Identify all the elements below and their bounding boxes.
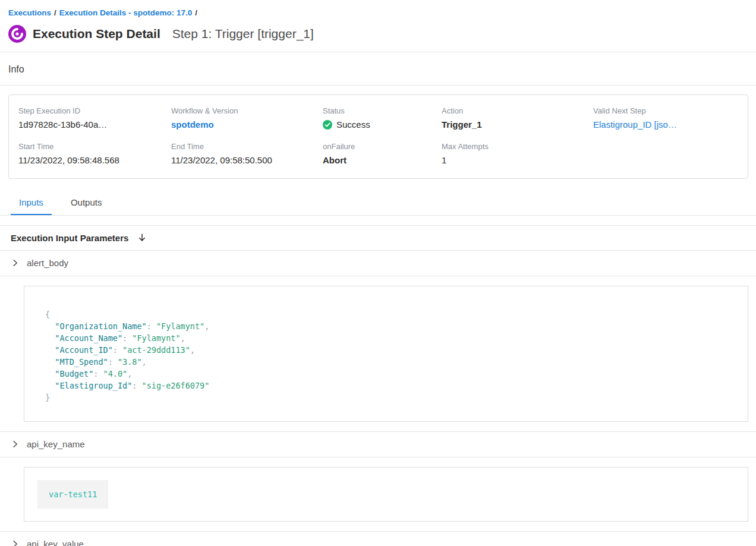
field-workflow-version: Workflow & Version spotdemo	[171, 106, 323, 130]
field-status: Status Success	[323, 106, 442, 130]
field-label: Action	[442, 106, 593, 115]
section-header-alert-body[interactable]: alert_body	[0, 251, 756, 276]
chevron-right-icon	[11, 440, 19, 448]
section-name: alert_body	[27, 258, 68, 268]
params-title-row: Execution Input Parameters	[0, 226, 756, 251]
field-value: 1d97828c-13b6-40a…	[18, 119, 171, 130]
info-card: Step Execution ID 1d97828c-13b6-40a… Wor…	[8, 94, 748, 179]
field-value: Trigger_1	[442, 119, 593, 130]
section-header-api-key-name[interactable]: api_key_name	[0, 432, 756, 457]
tab-inputs[interactable]: Inputs	[11, 195, 52, 215]
collapse-all-icon[interactable]	[137, 232, 147, 243]
field-valid-next-step: Valid Next Step Elastigroup_ID [jso…	[593, 106, 738, 130]
field-end-time: End Time 11/23/2022, 09:58:50.500	[171, 142, 323, 165]
alert-body-code[interactable]: { "Organization_Name": "Fylamynt", "Acco…	[24, 286, 748, 422]
field-label: Status	[323, 106, 442, 115]
field-empty	[593, 142, 738, 165]
page-title: Execution Step Detail	[33, 27, 160, 41]
section-name: api_key_name	[27, 439, 85, 449]
tab-bar: Inputs Outputs	[0, 188, 756, 216]
field-onfailure: onFailure Abort	[323, 142, 442, 165]
status-text: Success	[336, 119, 370, 130]
breadcrumb-separator: /	[54, 8, 56, 17]
chevron-right-icon	[11, 540, 19, 546]
breadcrumb-link-executions[interactable]: Executions	[8, 8, 51, 17]
breadcrumb-separator: /	[195, 8, 197, 17]
field-label: Start Time	[18, 142, 171, 151]
breadcrumb: Executions/Execution Details - spotdemo:…	[0, 0, 756, 17]
page-subtitle: Step 1: Trigger [trigger_1]	[172, 27, 314, 41]
field-label: Workflow & Version	[171, 106, 323, 115]
field-step-execution-id: Step Execution ID 1d97828c-13b6-40a…	[18, 106, 171, 130]
workflow-link[interactable]: spotdemo	[171, 119, 214, 130]
fylamynt-logo-icon	[8, 25, 26, 43]
section-name: api_key_value	[27, 539, 84, 546]
field-label: Max Attempts	[442, 142, 593, 151]
field-label: Step Execution ID	[18, 106, 171, 115]
valid-next-step-link[interactable]: Elastigroup_ID [jso…	[593, 119, 677, 130]
field-value: 1	[442, 155, 593, 165]
api-key-name-value: var-test11	[37, 480, 108, 509]
field-start-time: Start Time 11/23/2022, 09:58:48.568	[18, 142, 171, 165]
field-max-attempts: Max Attempts 1	[442, 142, 593, 165]
field-value: 11/23/2022, 09:58:48.568	[18, 155, 171, 165]
execution-parameters-panel: Execution Input Parameters alert_body { …	[0, 225, 756, 546]
section-header-api-key-value[interactable]: api_key_value	[0, 532, 756, 546]
params-title: Execution Input Parameters	[11, 233, 128, 243]
api-key-name-content: var-test11	[0, 467, 756, 532]
field-value: Abort	[323, 155, 442, 165]
alert-body-content: { "Organization_Name": "Fylamynt", "Acco…	[0, 286, 756, 432]
chevron-right-icon	[11, 259, 19, 267]
info-section-title: Info	[0, 52, 756, 86]
field-label: End Time	[171, 142, 323, 151]
field-label: Valid Next Step	[593, 106, 738, 115]
success-check-icon	[323, 120, 332, 130]
api-key-name-editor[interactable]: var-test11	[24, 467, 748, 522]
field-action: Action Trigger_1	[442, 106, 593, 130]
breadcrumb-link-execution-details[interactable]: Execution Details - spotdemo: 17.0	[59, 8, 193, 17]
field-value: 11/23/2022, 09:58:50.500	[171, 155, 323, 165]
tab-outputs[interactable]: Outputs	[62, 195, 111, 215]
field-label: onFailure	[323, 142, 442, 151]
page-header: Execution Step Detail Step 1: Trigger [t…	[0, 17, 756, 52]
status-badge: Success	[323, 119, 442, 130]
